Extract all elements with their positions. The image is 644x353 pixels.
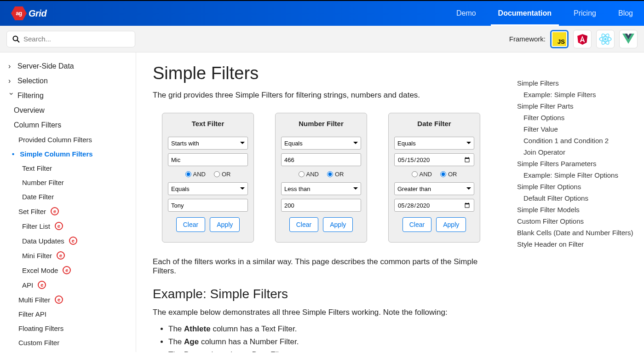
text-filter-card: Text Filter Starts with AND OR Equals Cl… <box>162 113 254 243</box>
logo-text: Grid <box>29 8 46 19</box>
sidebar-date-filter[interactable]: Date Filter <box>0 190 136 204</box>
date-filter-join: AND OR <box>394 170 474 179</box>
toc-style-header[interactable]: Style Header on Filter <box>517 238 635 250</box>
sidebar-floating-filters[interactable]: Floating Filters <box>0 321 136 336</box>
enterprise-badge-icon: e <box>55 222 63 230</box>
enterprise-badge-icon: e <box>55 295 63 304</box>
number-filter-val2[interactable] <box>281 199 361 212</box>
date-filter-and[interactable]: AND <box>412 171 432 178</box>
date-filter-apply[interactable]: Apply <box>436 217 466 232</box>
sidebar-provided-column-filters[interactable]: Provided Column Filters <box>0 133 136 147</box>
bullet-date: The Date column has a Date Filter. <box>168 350 488 352</box>
text-filter-and[interactable]: AND <box>185 171 206 178</box>
sidebar-set-filter[interactable]: Set Filtere <box>0 204 136 219</box>
text-filter-op1[interactable]: Starts with <box>168 137 248 150</box>
number-filter-or[interactable]: OR <box>327 171 344 178</box>
search-input[interactable] <box>23 35 129 43</box>
nav-demo[interactable]: Demo <box>456 1 476 26</box>
search-icon <box>12 35 20 43</box>
sidebar-data-updates[interactable]: Data Updatese <box>0 233 136 248</box>
sidebar-external-filter[interactable]: External Filter <box>0 350 136 352</box>
sidebar-number-filter[interactable]: Number Filter <box>0 175 136 190</box>
logo[interactable]: ag Grid <box>11 6 46 20</box>
page-title: Simple Filters <box>153 64 488 83</box>
toc-blank-cells[interactable]: Blank Cells (Date and Number Filters) <box>517 227 635 238</box>
date-filter-clear[interactable]: Clear <box>402 217 431 232</box>
main-nav: Demo Documentation Pricing Blog <box>456 1 633 26</box>
number-filter-op2[interactable]: Less than <box>281 182 361 195</box>
sidebar-api[interactable]: APIe <box>0 278 136 292</box>
number-filter-val1[interactable] <box>281 153 361 166</box>
date-filter-op1[interactable]: Equals <box>394 137 474 150</box>
enterprise-badge-icon: e <box>38 281 46 289</box>
number-filter-clear[interactable]: Clear <box>289 217 318 232</box>
bullet-age: The Age column has a Number Filter. <box>168 337 488 347</box>
text-filter-clear[interactable]: Clear <box>176 217 205 232</box>
page-intro: The grid provides three Simple Filters f… <box>153 91 488 100</box>
date-filter-card: Date Filter Equals AND OR Greater than C… <box>388 113 480 243</box>
toc-example-simple-filters[interactable]: Example: Simple Filters <box>517 89 635 100</box>
framework-vue[interactable] <box>619 30 638 48</box>
toc-filter-value[interactable]: Filter Value <box>517 123 635 135</box>
toc-example-simple-filter-options[interactable]: Example: Simple Filter Options <box>517 169 635 181</box>
nav-documentation[interactable]: Documentation <box>498 1 552 26</box>
sidebar-multi-filter[interactable]: Multi Filtere <box>0 292 136 307</box>
toc-simple-filter-parts[interactable]: Simple Filter Parts <box>517 100 635 112</box>
chevron-right-icon: › <box>8 77 15 85</box>
text-filter-op2[interactable]: Equals <box>168 182 248 195</box>
text-filter-val1[interactable] <box>168 153 248 166</box>
bullet-athlete: The Athlete column has a Text Filter. <box>168 324 488 334</box>
filter-examples-row: Text Filter Starts with AND OR Equals Cl… <box>153 113 488 243</box>
toc-simple-filters[interactable]: Simple Filters <box>517 77 635 89</box>
framework-react[interactable] <box>596 30 615 48</box>
toc-filter-options[interactable]: Filter Options <box>517 112 635 123</box>
react-icon <box>599 33 612 46</box>
text-filter-or[interactable]: OR <box>214 171 231 178</box>
sub-toolbar: Framework: JS <box>0 26 644 52</box>
toc-simple-filter-options[interactable]: Simple Filter Options <box>517 181 635 192</box>
date-filter-op2[interactable]: Greater than <box>394 182 474 195</box>
sidebar-excel-mode[interactable]: Excel Modee <box>0 263 136 278</box>
toc-simple-filters-parameters[interactable]: Simple Filters Parameters <box>517 158 635 169</box>
sidebar-selection[interactable]: ›Selection <box>0 74 136 88</box>
sidebar-overview[interactable]: Overview <box>0 103 136 118</box>
toc-join-operator[interactable]: Join Operator <box>517 146 635 158</box>
date-filter-val1[interactable] <box>394 153 474 166</box>
sidebar-filter-list[interactable]: Filter Liste <box>0 219 136 233</box>
text-filter-val2[interactable] <box>168 199 248 212</box>
sidebar-text-filter[interactable]: Text Filter <box>0 161 136 175</box>
number-filter-join: AND OR <box>281 170 361 179</box>
date-filter-val2[interactable] <box>394 199 474 212</box>
nav-blog[interactable]: Blog <box>618 1 633 26</box>
sidebar-server-side-data[interactable]: ›Server-Side Data <box>0 59 136 74</box>
number-filter-op1[interactable]: Equals <box>281 137 361 150</box>
framework-angular[interactable] <box>573 30 592 48</box>
example-intro: The example below demonstrates all three… <box>153 308 488 317</box>
text-filter-apply[interactable]: Apply <box>210 217 240 232</box>
js-icon: JS <box>552 32 566 46</box>
svg-point-1 <box>13 36 18 41</box>
sidebar-simple-column-filters[interactable]: Simple Column Filters <box>0 147 136 161</box>
vue-icon <box>622 34 634 45</box>
number-filter-apply[interactable]: Apply <box>323 217 353 232</box>
svg-line-2 <box>17 40 20 42</box>
nav-pricing[interactable]: Pricing <box>574 1 596 26</box>
toc-simple-filter-models[interactable]: Simple Filter Models <box>517 204 635 215</box>
toc-condition-1-2[interactable]: Condition 1 and Condition 2 <box>517 135 635 146</box>
number-filter-and[interactable]: AND <box>299 171 319 178</box>
sidebar-mini-filter[interactable]: Mini Filtere <box>0 248 136 263</box>
toc-custom-filter-options[interactable]: Custom Filter Options <box>517 215 635 227</box>
number-filter-title: Number Filter <box>281 118 361 133</box>
after-cards-text: Each of the filters works in a similar w… <box>153 257 488 276</box>
sidebar-custom-filter[interactable]: Custom Filter <box>0 336 136 350</box>
chevron-right-icon: › <box>8 62 15 70</box>
sidebar-column-filters[interactable]: Column Filters <box>0 118 136 133</box>
sidebar-filter-api[interactable]: Filter API <box>0 307 136 321</box>
text-filter-title: Text Filter <box>168 118 248 133</box>
date-filter-or[interactable]: OR <box>440 171 457 178</box>
toc-default-filter-options[interactable]: Default Filter Options <box>517 192 635 204</box>
sidebar-filtering[interactable]: ›Filtering <box>0 88 136 103</box>
search-box[interactable] <box>6 31 135 47</box>
example-heading: Example: Simple Filters <box>153 287 488 301</box>
framework-javascript[interactable]: JS <box>550 30 569 48</box>
